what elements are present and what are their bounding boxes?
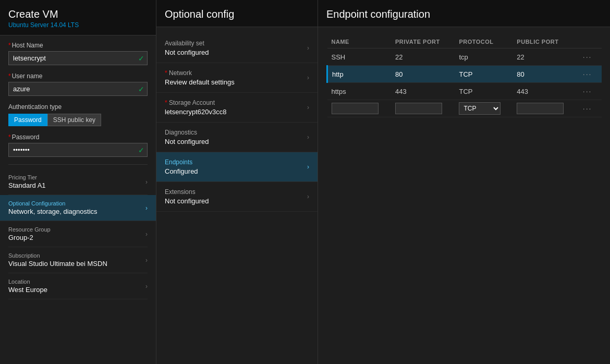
config-item-extensions[interactable]: Extensions Not configured ›: [156, 182, 318, 212]
right-title: Endpoint configuration: [326, 8, 602, 20]
password-group: *Password ✓: [8, 134, 148, 157]
nav-item-subscription-content: Subscription Visual Studio Ultimate bei …: [8, 252, 107, 268]
endpoint-table: NAME PRIVATE PORT PROTOCOL PUBLIC PORT S…: [326, 35, 602, 117]
config-item-availability[interactable]: Availability set Not configured ›: [156, 33, 318, 63]
config-item-storage-chevron: ›: [307, 104, 309, 111]
config-item-diagnostics-content: Diagnostics Not configured: [165, 129, 209, 145]
new-endpoint-actions-cell: ···: [577, 100, 602, 117]
nav-item-location-bottom: West Europe: [8, 286, 47, 294]
new-endpoint-protocol-cell: TCP UDP: [455, 100, 513, 117]
new-endpoint-public-port-cell: [513, 100, 576, 117]
password-input-wrapper: ✓: [8, 143, 148, 157]
table-row: https 443 TCP 443 ···: [327, 83, 602, 100]
auth-type-label: Authentication type: [8, 103, 148, 111]
auth-buttons: Password SSH public key: [8, 114, 148, 126]
config-item-extensions-top: Extensions: [165, 188, 209, 196]
config-item-network-bottom: Review default settings: [165, 78, 235, 86]
host-name-check-icon: ✓: [138, 54, 144, 63]
nav-item-resource-group-bottom: Group-2: [8, 234, 51, 241]
config-item-network-chevron: ›: [307, 74, 309, 81]
password-label: *Password: [8, 134, 148, 141]
divider: [8, 164, 148, 165]
middle-header: Optional config: [156, 0, 318, 27]
config-item-endpoints[interactable]: Endpoints Configured ›: [156, 152, 318, 182]
config-item-endpoints-content: Endpoints Configured: [165, 159, 198, 175]
endpoint-ssh-public-port: 22: [513, 48, 576, 66]
nav-item-pricing-bottom: Standard A1: [8, 181, 46, 189]
middle-title: Optional config: [165, 8, 309, 20]
config-item-storage[interactable]: * Storage Account letsencrypt620v3cc8 ›: [156, 93, 318, 123]
nav-item-optional-top: Optional Configuration: [8, 200, 97, 207]
config-item-endpoints-bottom: Configured: [165, 167, 198, 175]
host-name-label: *Host Name: [8, 42, 148, 49]
config-item-availability-bottom: Not configured: [165, 48, 209, 56]
nav-item-pricing-chevron: ›: [145, 178, 148, 186]
col-header-private-port: PRIVATE PORT: [391, 35, 455, 48]
host-name-input[interactable]: [8, 51, 148, 65]
config-item-network-content: * Network Review default settings: [165, 69, 235, 86]
auth-password-button[interactable]: Password: [8, 114, 47, 126]
endpoint-table-header-row: NAME PRIVATE PORT PROTOCOL PUBLIC PORT: [327, 35, 602, 48]
col-header-actions: [577, 35, 602, 48]
config-item-diagnostics[interactable]: Diagnostics Not configured ›: [156, 123, 318, 152]
endpoint-ssh-protocol: tcp: [455, 48, 513, 66]
page-title: Create VM: [8, 8, 148, 20]
right-header: Endpoint configuration: [318, 0, 610, 27]
new-endpoint-more-button[interactable]: ···: [581, 104, 594, 113]
config-item-storage-top: * Storage Account: [165, 99, 227, 106]
user-name-label: *User name: [8, 72, 148, 80]
host-name-required: *: [8, 42, 11, 49]
password-check-icon: ✓: [138, 146, 144, 154]
nav-item-optional-chevron: ›: [145, 204, 148, 212]
nav-item-subscription[interactable]: Subscription Visual Studio Ultimate bei …: [8, 247, 148, 273]
endpoint-ssh-more-button[interactable]: ···: [581, 53, 594, 61]
endpoint-https-actions: ···: [577, 83, 602, 100]
user-name-input-wrapper: ✓: [8, 82, 148, 96]
endpoint-https-name: https: [327, 83, 391, 100]
page-subtitle: Ubuntu Server 14.04 LTS: [8, 21, 148, 29]
new-endpoint-name-input[interactable]: [332, 103, 379, 114]
table-row: http 80 TCP 80 ···: [327, 66, 602, 83]
new-endpoint-public-port-input[interactable]: [517, 103, 564, 114]
left-panel: Create VM Ubuntu Server 14.04 LTS *Host …: [0, 0, 156, 364]
endpoint-https-protocol: TCP: [455, 83, 513, 100]
user-name-group: *User name ✓: [8, 72, 148, 96]
config-item-diagnostics-top: Diagnostics: [165, 129, 209, 136]
endpoint-http-more-button[interactable]: ···: [581, 70, 594, 78]
nav-item-subscription-top: Subscription: [8, 252, 107, 259]
config-item-extensions-bottom: Not configured: [165, 197, 209, 205]
config-item-network[interactable]: * Network Review default settings ›: [156, 63, 318, 93]
user-name-input[interactable]: [8, 82, 148, 96]
auth-ssh-button[interactable]: SSH public key: [47, 114, 101, 126]
nav-item-pricing-top: Pricing Tier: [8, 174, 46, 180]
config-item-extensions-content: Extensions Not configured: [165, 188, 209, 205]
nav-item-location[interactable]: Location West Europe ›: [8, 273, 148, 299]
nav-item-location-chevron: ›: [145, 283, 148, 290]
password-input[interactable]: [8, 143, 148, 157]
left-content: *Host Name ✓ *User name ✓ Authentication…: [0, 35, 156, 364]
user-name-check-icon: ✓: [138, 85, 144, 93]
nav-item-pricing[interactable]: Pricing Tier Standard A1 ›: [8, 169, 148, 195]
nav-item-subscription-bottom: Visual Studio Ultimate bei MSDN: [8, 260, 107, 268]
password-required: *: [8, 134, 11, 141]
endpoint-https-more-button[interactable]: ···: [581, 87, 594, 95]
new-endpoint-name-cell: [327, 100, 391, 117]
endpoint-https-private-port: 443: [391, 83, 455, 100]
endpoint-http-actions: ···: [577, 66, 602, 83]
endpoint-http-name: http: [327, 66, 391, 83]
nav-item-subscription-chevron: ›: [145, 257, 148, 264]
host-name-input-wrapper: ✓: [8, 51, 148, 65]
nav-item-optional[interactable]: Optional Configuration Network, storage,…: [0, 195, 156, 221]
nav-item-pricing-content: Pricing Tier Standard A1: [8, 174, 46, 189]
config-item-availability-top: Availability set: [165, 40, 209, 47]
nav-item-resource-group[interactable]: Resource Group Group-2 ›: [8, 221, 148, 247]
col-header-public-port: PUBLIC PORT: [513, 35, 576, 48]
endpoint-ssh-private-port: 22: [391, 48, 455, 66]
new-endpoint-protocol-select[interactable]: TCP UDP: [459, 102, 501, 115]
nav-item-location-content: Location West Europe: [8, 278, 47, 294]
new-endpoint-private-port-input[interactable]: [395, 103, 442, 114]
nav-item-optional-bottom: Network, storage, diagnostics: [8, 208, 97, 215]
endpoint-table-body: SSH 22 tcp 22 ··· http 80 TCP 80 ···: [327, 48, 602, 117]
endpoint-ssh-actions: ···: [577, 48, 602, 66]
endpoint-ssh-name: SSH: [327, 48, 391, 66]
